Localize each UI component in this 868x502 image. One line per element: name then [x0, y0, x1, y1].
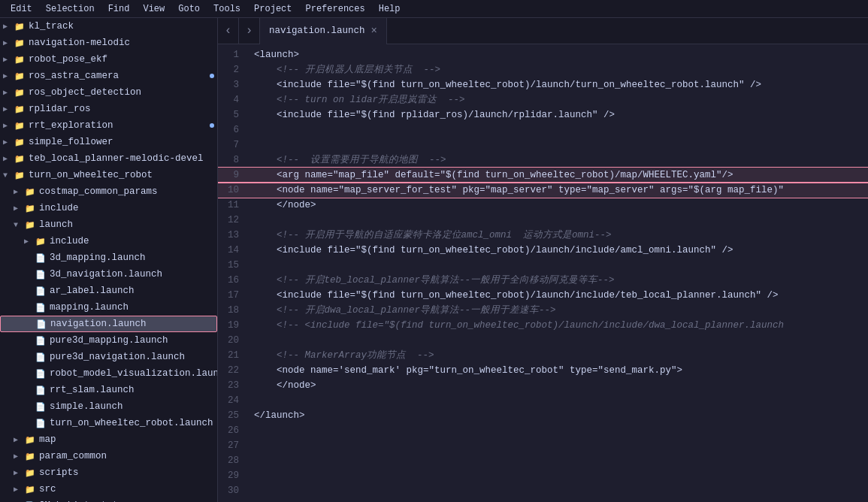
- line-content[interactable]: <node name='send_mark' pkg="turn_on_whee…: [248, 363, 868, 378]
- menubar: Edit Selection Find View Goto Tools Proj…: [0, 0, 868, 18]
- file-icon: 📄: [35, 301, 47, 313]
- sidebar-item-map[interactable]: ▶📁map: [0, 431, 217, 448]
- menu-view[interactable]: View: [137, 2, 171, 16]
- line-content[interactable]: <launch>: [248, 47, 868, 62]
- menu-goto[interactable]: Goto: [172, 2, 206, 16]
- menu-project[interactable]: Project: [248, 2, 298, 16]
- line-content[interactable]: </node>: [248, 378, 868, 393]
- line-content[interactable]: </node>: [248, 198, 868, 213]
- folder-icon: 📁: [24, 219, 36, 231]
- arrow-icon: ▼: [3, 171, 14, 180]
- sidebar-item-CMakeLists_txt[interactable]: 📄CMakeLists.txt: [0, 497, 217, 502]
- sidebar-item-mapping_launch[interactable]: 📄mapping.launch: [0, 299, 217, 316]
- tab-navigation-launch[interactable]: navigation.launch ×: [260, 18, 387, 44]
- line-number: 15: [218, 258, 248, 273]
- code-line-15: 15: [218, 258, 868, 273]
- arrow-icon: ▶: [24, 237, 35, 246]
- menu-preferences[interactable]: Preferences: [300, 2, 371, 16]
- line-content[interactable]: <include file="$(find turn_on_wheeltec_r…: [248, 77, 868, 92]
- menu-help[interactable]: Help: [373, 2, 407, 16]
- sidebar-item-kl_track[interactable]: ▶📁kl_track: [0, 18, 217, 35]
- line-number: 16: [218, 273, 248, 288]
- sidebar-item-scripts[interactable]: ▶📁scripts: [0, 464, 217, 481]
- line-number: 11: [218, 198, 248, 213]
- tab-nav-back[interactable]: ‹: [218, 18, 239, 44]
- sidebar-item-launch_include[interactable]: ▶📁include: [0, 233, 217, 249]
- line-content[interactable]: <include file="$(find rplidar_ros)/launc…: [248, 107, 868, 122]
- line-content[interactable]: <!-- 开启dwa_local_planner导航算法--一般用于差速车-->: [248, 303, 868, 318]
- file-icon: 📄: [35, 401, 47, 413]
- code-line-12: 12: [218, 213, 868, 228]
- line-content[interactable]: <!-- 设置需要用于导航的地图 -->: [248, 153, 868, 168]
- menu-find[interactable]: Find: [102, 2, 136, 16]
- folder-icon: 📁: [14, 103, 26, 115]
- sidebar-item-navigation-melodic[interactable]: ▶📁navigation-melodic: [0, 35, 217, 51]
- sidebar-item-rrt_slam_launch[interactable]: 📄rrt_slam.launch: [0, 382, 217, 398]
- line-content[interactable]: <node name="map_server_for_test" pkg="ma…: [248, 183, 868, 198]
- line-number: 28: [218, 453, 248, 468]
- sidebar-item-teb_local_planner-melodic-devel[interactable]: ▶📁teb_local_planner-melodic-devel: [0, 150, 217, 167]
- arrow-icon: ▶: [3, 55, 14, 64]
- sidebar-item-turn_on_wheeltec_robot[interactable]: ▼📁turn_on_wheeltec_robot: [0, 167, 217, 183]
- sidebar-item-turn_on_wheeltec_robot_launch[interactable]: 📄turn_on_wheeltec_robot.launch: [0, 415, 217, 431]
- sidebar-item-3d_navigation_launch[interactable]: 📄3d_navigation.launch: [0, 266, 217, 283]
- code-line-29: 29: [218, 468, 868, 483]
- sidebar-item-robot_model_visualization_launch[interactable]: 📄robot_model_visualization.launch: [0, 365, 217, 382]
- sidebar-item-simple_follower[interactable]: ▶📁simple_follower: [0, 134, 217, 150]
- code-line-8: 8 <!-- 设置需要用于导航的地图 -->: [218, 153, 868, 168]
- sidebar-item-ar_label_launch[interactable]: 📄ar_label.launch: [0, 283, 217, 299]
- sidebar-item-simple_launch[interactable]: 📄simple.launch: [0, 398, 217, 415]
- sidebar-item-3d_mapping_launch[interactable]: 📄3d_mapping.launch: [0, 249, 217, 266]
- code-line-14: 14 <include file="$(find turn_on_wheelte…: [218, 243, 868, 258]
- arrow-icon: ▶: [3, 38, 14, 47]
- sidebar-item-label: robot_model_visualization.launch: [50, 368, 218, 379]
- line-content[interactable]: <arg name="map_file" default="$(find tur…: [248, 168, 868, 183]
- code-line-2: 2 <!-- 开启机器人底层相关节点 -->: [218, 62, 868, 77]
- sidebar-item-label: navigation.launch: [50, 319, 147, 329]
- menu-edit[interactable]: Edit: [5, 2, 38, 16]
- sidebar-item-label: ros_object_detection: [29, 87, 141, 98]
- line-content[interactable]: <include file="$(find turn_on_wheeltec_r…: [248, 288, 868, 303]
- code-line-16: 16 <!-- 开启teb_local_planner导航算法--一般用于全向移…: [218, 273, 868, 288]
- sidebar-item-ros_astra_camera[interactable]: ▶📁ros_astra_camera: [0, 68, 217, 84]
- sidebar-item-pure3d_navigation_launch[interactable]: 📄pure3d_navigation.launch: [0, 349, 217, 365]
- line-content[interactable]: <!-- turn on lidar开启思岚雷达 -->: [248, 92, 868, 107]
- sidebar-item-rrt_exploration[interactable]: ▶📁rrt_exploration: [0, 117, 217, 134]
- tab-bar: ‹ › navigation.launch ×: [218, 18, 868, 44]
- code-editor[interactable]: 1<launch>2 <!-- 开启机器人底层相关节点 -->3 <includ…: [218, 44, 868, 502]
- sidebar-item-navigation_launch[interactable]: 📄navigation.launch: [0, 316, 217, 332]
- folder-icon: 📁: [14, 86, 26, 98]
- line-content[interactable]: <!-- 开启teb_local_planner导航算法--一般用于全向移动阿克…: [248, 273, 868, 288]
- sidebar-item-robot_pose_ekf[interactable]: ▶📁robot_pose_ekf: [0, 51, 217, 68]
- sidebar-item-label: kl_track: [29, 21, 74, 32]
- sidebar-item-pure3d_mapping_launch[interactable]: 📄pure3d_mapping.launch: [0, 332, 217, 349]
- code-line-1: 1<launch>: [218, 47, 868, 62]
- editor-area: ‹ › navigation.launch × 1<launch>2 <!-- …: [218, 18, 868, 502]
- sidebar-item-param_common[interactable]: ▶📁param_common: [0, 448, 217, 464]
- line-content[interactable]: <!-- MarkerArray功能节点 -->: [248, 348, 868, 363]
- sidebar-item-src[interactable]: ▶📁src: [0, 481, 217, 497]
- code-line-10: 10 <node name="map_server_for_test" pkg=…: [218, 183, 868, 198]
- code-line-24: 24: [218, 393, 868, 408]
- file-icon: 📄: [35, 384, 47, 396]
- sidebar-item-rplidar_ros[interactable]: ▶📁rplidar_ros: [0, 101, 217, 117]
- sidebar-item-label: include: [50, 236, 89, 246]
- sidebar-item-ros_object_detection[interactable]: ▶📁ros_object_detection: [0, 84, 217, 101]
- line-content[interactable]: <!-- 开启用于导航的自适应蒙特卡洛定位amcl_omni 运动方式是omni…: [248, 228, 868, 243]
- line-content[interactable]: <!-- 开启机器人底层相关节点 -->: [248, 62, 868, 77]
- line-content[interactable]: <!-- <include file="$(find turn_on_wheel…: [248, 318, 868, 333]
- tab-nav-forward[interactable]: ›: [239, 18, 260, 44]
- line-number: 8: [218, 153, 248, 168]
- menu-tools[interactable]: Tools: [207, 2, 246, 16]
- code-line-5: 5 <include file="$(find rplidar_ros)/lau…: [218, 107, 868, 122]
- sidebar-item-costmap_common_params[interactable]: ▶📁costmap_common_params: [0, 183, 217, 200]
- line-content[interactable]: </launch>: [248, 408, 868, 423]
- menu-selection[interactable]: Selection: [40, 2, 101, 16]
- file-icon: 📄: [35, 268, 47, 280]
- code-line-4: 4 <!-- turn on lidar开启思岚雷达 -->: [218, 92, 868, 107]
- line-content[interactable]: <include file="$(find turn_on_wheeltec_r…: [248, 243, 868, 258]
- tab-close-button[interactable]: ×: [371, 25, 377, 37]
- folder-icon: 📁: [35, 235, 47, 247]
- sidebar-item-include[interactable]: ▶📁include: [0, 200, 217, 216]
- sidebar-item-launch[interactable]: ▼📁launch: [0, 216, 217, 233]
